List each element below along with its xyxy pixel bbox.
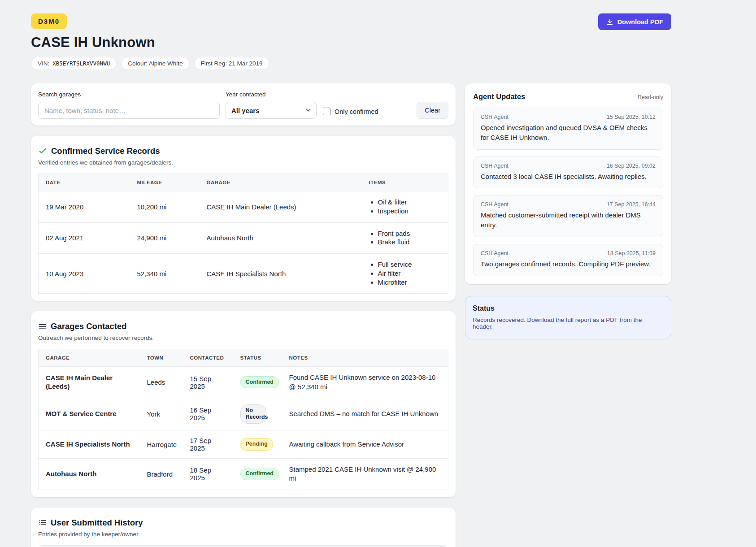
table-header-row: GARAGE TOWN CONTACTED STATUS NOTES bbox=[39, 349, 448, 367]
garage-name: MOT & Service Centre bbox=[39, 398, 140, 430]
colour-chip: Colour: Alpine White bbox=[121, 57, 189, 70]
record-item: Brake fluid bbox=[378, 238, 441, 247]
record-garage: CASE IH Main Dealer (Leeds) bbox=[200, 191, 362, 223]
garages-contacted-table: GARAGE TOWN CONTACTED STATUS NOTES bbox=[38, 349, 448, 490]
record-mileage: 24,900 mi bbox=[130, 222, 200, 254]
record-date: 10 Aug 2023 bbox=[39, 254, 130, 294]
garage-status-cell: No Records bbox=[233, 398, 282, 430]
garage-name: CASE IH Specialists North bbox=[39, 430, 140, 459]
record-mileage: 10,200 mi bbox=[130, 191, 200, 223]
only-confirmed-toggle[interactable]: Only confirmed bbox=[323, 108, 378, 115]
section-title-user-history: User Submitted History bbox=[51, 518, 143, 528]
section-subtitle: Verified entries we obtained from garage… bbox=[38, 159, 448, 166]
search-field-group: Search garages bbox=[38, 91, 220, 119]
record-items: Oil & filterInspection bbox=[362, 191, 448, 223]
demo-badge: D3M0 bbox=[31, 13, 67, 29]
clear-button[interactable]: Clear bbox=[417, 102, 448, 119]
search-input[interactable] bbox=[38, 102, 220, 119]
agent-update-card: CSH Agent 18 Sep 2025, 11:09 Two garages… bbox=[473, 244, 663, 276]
record-item: Air filter bbox=[378, 269, 441, 278]
column-header-status: STATUS bbox=[233, 349, 282, 367]
status-badge: Confirmed bbox=[240, 376, 279, 389]
record-items: Front padsBrake fluid bbox=[362, 222, 448, 254]
column-header-contacted: CONTACTED bbox=[183, 349, 233, 367]
agent-updates-title: Agent Updates bbox=[473, 92, 525, 101]
column-header-garage: GARAGE bbox=[39, 349, 140, 367]
garages-contacted-section: Garages Contacted Outreach we performed … bbox=[31, 311, 456, 497]
record-mileage: 52,340 mi bbox=[130, 254, 200, 294]
readonly-badge: Read-only bbox=[638, 94, 663, 100]
status-message: Records recovered. Download the full rep… bbox=[473, 317, 664, 330]
vin-chip: VIN: XB5EYRTSLRXVV0NWU bbox=[31, 57, 117, 70]
agent-update-card: CSH Agent 15 Sep 2025, 10:12 Opened inve… bbox=[473, 108, 663, 150]
table-row: 19 Mar 2020 10,200 mi CASE IH Main Deale… bbox=[39, 191, 448, 223]
garage-notes: Found CASE IH Unknown service on 2023-08… bbox=[282, 367, 448, 398]
column-header-mileage: MILEAGE bbox=[130, 174, 200, 191]
table-row: 10 Aug 2023 52,340 mi CASE IH Specialist… bbox=[39, 254, 448, 294]
column-header-town: TOWN bbox=[140, 349, 183, 367]
column-header-notes: NOTES bbox=[282, 349, 448, 367]
status-badge: Confirmed bbox=[240, 468, 279, 480]
garage-notes: Searched DMS – no match for CASE IH Unkn… bbox=[282, 398, 448, 430]
record-date: 19 Mar 2020 bbox=[39, 191, 130, 223]
garage-notes: Stamped 2021 CASE IH Unknown visit @ 24,… bbox=[282, 459, 448, 490]
menu-icon bbox=[38, 322, 47, 331]
vin-label: VIN: bbox=[38, 60, 49, 67]
record-date: 02 Aug 2021 bbox=[39, 222, 130, 254]
agent-message: Contacted 3 local CASE IH specialists. A… bbox=[481, 172, 656, 182]
year-select[interactable]: All years bbox=[226, 102, 317, 119]
section-title-confirmed-records: Confirmed Service Records bbox=[51, 146, 160, 156]
section-subtitle: Entries provided by the keeper/owner. bbox=[38, 531, 448, 538]
agent-update-card: CSH Agent 17 Sep 2025, 16:44 Matched cus… bbox=[473, 195, 663, 237]
confirmed-records-table: DATE MILEAGE GARAGE ITEMS 19 Mar 2020 bbox=[38, 174, 448, 294]
check-icon bbox=[38, 147, 47, 156]
agent-updates-panel: Agent Updates Read-only CSH Agent 15 Sep… bbox=[465, 83, 671, 284]
column-header-garage: GARAGE bbox=[200, 174, 362, 191]
agent-timestamp: 17 Sep 2025, 16:44 bbox=[607, 201, 656, 208]
page-title: CASE IH Unknown bbox=[31, 35, 269, 51]
record-garage: Autohaus North bbox=[200, 222, 362, 254]
download-pdf-button[interactable]: Download PDF bbox=[598, 13, 671, 30]
vehicle-chips: VIN: XB5EYRTSLRXVV0NWU Colour: Alpine Wh… bbox=[31, 57, 269, 70]
garage-name: CASE IH Main Dealer (Leeds) bbox=[39, 367, 140, 398]
table-row: Autohaus North Bradford 18 Sep 2025 Conf… bbox=[39, 459, 448, 490]
year-label: Year contacted bbox=[226, 91, 317, 98]
garage-status-cell: Pending bbox=[233, 430, 282, 459]
garage-contacted-date: 15 Sep 2025 bbox=[183, 367, 233, 398]
garage-town: Bradford bbox=[140, 459, 183, 490]
agent-timestamp: 15 Sep 2025, 10:12 bbox=[607, 114, 656, 120]
history-entry: 12 Sep 2020 15,800 mi Oil & filter at ho… bbox=[38, 545, 448, 547]
column-header-date: DATE bbox=[39, 174, 130, 191]
status-badge: No Records bbox=[240, 404, 266, 424]
header-left: D3M0 CASE IH Unknown VIN: XB5EYRTSLRXVV0… bbox=[31, 13, 269, 70]
section-subtitle: Outreach we performed to recover records… bbox=[38, 334, 448, 341]
table-row: 02 Aug 2021 24,900 mi Autohaus North Fro… bbox=[39, 222, 448, 254]
garage-notes: Awaiting callback from Service Advisor bbox=[282, 430, 448, 459]
record-item: Microfilter bbox=[378, 278, 441, 287]
record-items: Full serviceAir filterMicrofilter bbox=[362, 254, 448, 294]
only-confirmed-checkbox[interactable] bbox=[323, 108, 330, 115]
only-confirmed-label: Only confirmed bbox=[335, 108, 378, 115]
download-icon bbox=[606, 18, 613, 26]
confirmed-records-section: Confirmed Service Records Verified entri… bbox=[31, 136, 456, 301]
section-title-garages-contacted: Garages Contacted bbox=[51, 321, 127, 331]
agent-author: CSH Agent bbox=[481, 163, 508, 169]
user-history-section: User Submitted History Entries provided … bbox=[31, 508, 456, 547]
sidebar: Agent Updates Read-only CSH Agent 15 Sep… bbox=[465, 83, 671, 339]
column-header-items: ITEMS bbox=[362, 174, 448, 191]
download-pdf-label: Download PDF bbox=[617, 18, 663, 26]
year-field-group: Year contacted All years bbox=[226, 91, 317, 119]
table-row: CASE IH Specialists North Harrogate 17 S… bbox=[39, 430, 448, 459]
table-row: MOT & Service Centre York 16 Sep 2025 No… bbox=[39, 398, 448, 430]
agent-author: CSH Agent bbox=[481, 250, 508, 256]
main-column: Search garages Year contacted All years bbox=[31, 83, 456, 547]
table-header-row: DATE MILEAGE GARAGE ITEMS bbox=[39, 174, 448, 191]
status-badge: Pending bbox=[240, 438, 273, 451]
status-title: Status bbox=[473, 304, 664, 313]
agent-message: Opened investigation and queued DVSA & O… bbox=[481, 123, 656, 143]
garage-status-cell: Confirmed bbox=[233, 459, 282, 490]
search-label: Search garages bbox=[38, 91, 220, 98]
garage-town: Harrogate bbox=[140, 430, 183, 459]
agent-author: CSH Agent bbox=[481, 114, 508, 120]
user-history-entries: 12 Sep 2020 15,800 mi Oil & filter at ho… bbox=[38, 545, 448, 547]
